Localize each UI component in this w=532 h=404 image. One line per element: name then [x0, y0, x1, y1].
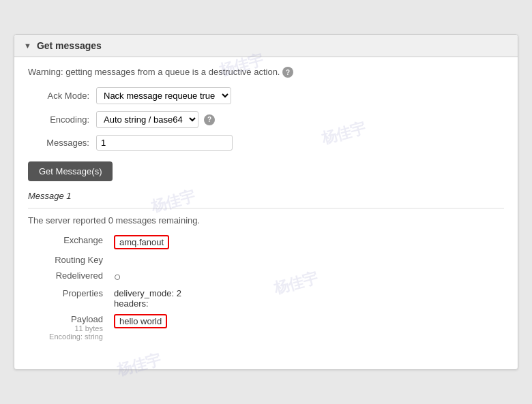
routing-key-label: Routing Key: [28, 255, 103, 265]
redelivered-row: Redelivered ○: [28, 270, 504, 283]
payload-label-block: Payload 11 bytes Encoding: string: [28, 314, 103, 341]
server-text: The server reported 0 messages remaining…: [28, 215, 504, 226]
get-messages-panel: 杨佳宇 杨佳宇 杨佳宇 杨佳宇 杨佳宇 ▼ Get messages Warni…: [14, 34, 518, 371]
ack-mode-select[interactable]: Nack message requeue true Ack Reject req…: [96, 87, 231, 104]
ack-mode-label: Ack Mode:: [28, 91, 89, 101]
chevron-down-icon: ▼: [24, 42, 31, 50]
payload-value: hello world: [114, 314, 167, 328]
encoding-help-button[interactable]: ?: [204, 114, 215, 125]
encoding-label: Encoding:: [28, 114, 89, 125]
messages-row: Messages:: [28, 135, 504, 151]
encoding-select[interactable]: Auto string / base64 base64: [96, 111, 198, 128]
payload-size: 11 bytes: [28, 324, 103, 332]
properties-label: Properties: [28, 288, 103, 298]
messages-input[interactable]: [96, 135, 233, 151]
panel-title: Get messages: [37, 40, 102, 51]
divider: [28, 208, 504, 208]
ack-mode-row: Ack Mode: Nack message requeue true Ack …: [28, 87, 504, 104]
warning-text: Warning: getting messages from a queue i…: [28, 67, 504, 78]
payload-row: Payload 11 bytes Encoding: string hello …: [28, 314, 504, 341]
panel-header: ▼ Get messages: [14, 35, 518, 57]
warning-help-icon[interactable]: ?: [282, 67, 293, 78]
messages-label: Messages:: [28, 138, 89, 148]
panel-body: Warning: getting messages from a queue i…: [14, 57, 518, 356]
message-heading: Message 1: [28, 191, 504, 201]
properties-value: delivery_mode: 2 headers:: [114, 288, 181, 309]
get-messages-button[interactable]: Get Message(s): [28, 161, 113, 181]
redelivered-label: Redelivered: [28, 270, 103, 281]
routing-key-row: Routing Key: [28, 255, 504, 265]
exchange-value: amq.fanout: [114, 235, 169, 249]
payload-encoding: Encoding: string: [28, 332, 103, 341]
exchange-label: Exchange: [28, 235, 103, 245]
payload-label: Payload: [71, 314, 103, 324]
encoding-row: Encoding: Auto string / base64 base64 ?: [28, 111, 504, 128]
properties-row: Properties delivery_mode: 2 headers:: [28, 288, 504, 309]
redelivered-value: ○: [114, 270, 121, 283]
exchange-row: Exchange amq.fanout: [28, 235, 504, 249]
